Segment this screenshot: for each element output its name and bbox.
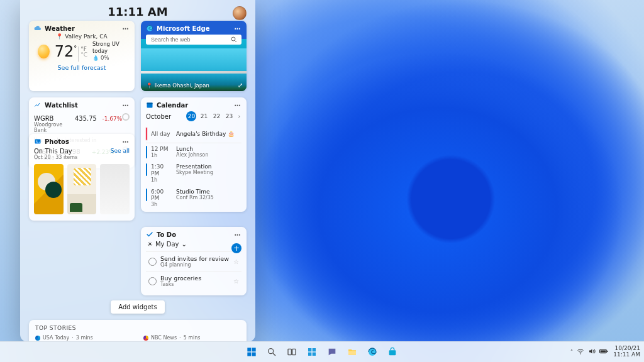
todo-myday-dropdown[interactable]: ☀ My Day ⌄ <box>147 241 242 248</box>
chevron-down-icon: ⌄ <box>181 241 186 248</box>
calendar-event[interactable]: 12 PM1h LunchAlex Johnson <box>146 143 242 161</box>
edge-search-box[interactable] <box>146 35 242 45</box>
svg-point-22 <box>580 353 582 354</box>
droplet-icon: 💧 <box>92 55 99 62</box>
calendar-card[interactable]: Calendar October 20 21 22 23 › All day A… <box>141 97 247 212</box>
taskbar: ˄ 10/20/21 11:11 AM <box>0 341 644 362</box>
todo-item[interactable]: Send invites for reviewQ4 planning ☆ <box>146 251 242 271</box>
calendar-day[interactable]: 21 <box>199 111 209 121</box>
star-icon[interactable]: ☆ <box>233 278 239 285</box>
svg-point-1 <box>231 37 235 41</box>
widgets-grid: Weather 📍 Valley Park, CA 72 ° °F °C <box>29 21 247 295</box>
event-color-bar <box>146 163 147 176</box>
widgets-header: 11:11 AM <box>29 5 247 18</box>
svg-rect-8 <box>252 348 256 351</box>
edge-caption: Ikema Ohashi, Japan <box>155 82 209 89</box>
event-color-bar <box>146 189 147 201</box>
add-widgets-button[interactable]: Add widgets <box>111 300 164 314</box>
explorer-button[interactable] <box>344 344 360 360</box>
weather-temperature: 72 ° °F °C <box>55 44 87 59</box>
svg-rect-25 <box>607 351 608 352</box>
calendar-day[interactable]: 22 <box>211 111 221 121</box>
photos-title: Photos <box>45 138 118 145</box>
sun-outline-icon: ☀ <box>147 241 153 248</box>
todo-checkbox[interactable] <box>148 258 157 266</box>
calendar-day[interactable]: 20 <box>186 111 196 121</box>
weather-forecast-link[interactable]: See full forecast <box>34 64 130 71</box>
weather-card[interactable]: Weather 📍 Valley Park, CA 72 ° °F °C <box>29 21 135 91</box>
expand-icon[interactable]: ⤢ <box>238 82 243 89</box>
photo-thumbnail[interactable] <box>67 164 97 214</box>
photos-see-all-link[interactable]: See all <box>111 148 130 154</box>
search-icon[interactable] <box>230 36 238 43</box>
top-stories-header: TOP STORIES <box>35 325 240 331</box>
weather-precip: 0% <box>101 55 109 62</box>
svg-rect-14 <box>292 349 296 354</box>
calendar-event[interactable]: 6:00 PM3h Studio TimeConf Rm 32/35 <box>146 186 242 211</box>
weather-title: Weather <box>45 25 118 32</box>
svg-rect-16 <box>313 348 316 351</box>
edge-icon <box>146 25 153 32</box>
calendar-event[interactable]: 1:30 PM1h PresentationSkype Meeting <box>146 161 242 185</box>
weather-more-button[interactable] <box>121 25 130 32</box>
taskbar-tray: ˄ 10/20/21 11:11 AM <box>570 346 640 358</box>
tray-chevron-icon[interactable]: ˄ <box>570 349 574 355</box>
allday-event[interactable]: Angela's Birthday 🎂 <box>176 131 235 137</box>
todo-more-button[interactable] <box>233 231 242 238</box>
todo-add-button[interactable]: + <box>231 243 242 253</box>
calendar-icon <box>146 101 153 109</box>
weather-condition: Strong UV today <box>92 41 130 55</box>
todo-item[interactable]: Buy groceriesTasks ☆ <box>146 271 242 290</box>
widgets-button[interactable] <box>304 344 320 360</box>
taskbar-center <box>243 344 401 360</box>
stocks-icon <box>34 101 42 109</box>
source-icon <box>143 336 148 341</box>
svg-point-11 <box>269 349 274 354</box>
svg-rect-13 <box>288 349 291 354</box>
edge-more-button[interactable] <box>233 25 242 32</box>
edge-title: Microsoft Edge <box>157 25 230 32</box>
store-button[interactable] <box>384 344 401 360</box>
start-button[interactable] <box>243 344 260 360</box>
photos-card[interactable]: Photos See all On This Day Oct 20 · 33 i… <box>29 134 135 221</box>
svg-rect-4 <box>147 103 153 104</box>
task-view-button[interactable] <box>284 344 300 360</box>
todo-icon <box>146 231 153 238</box>
sparkline-icon <box>122 113 130 121</box>
photos-more-button[interactable] <box>121 138 130 145</box>
search-button[interactable] <box>264 344 280 360</box>
source-icon <box>35 336 40 341</box>
allday-label: All day <box>151 131 172 137</box>
watchlist-row[interactable]: WGRBWoodgrove Bank 435.75 -1.67% <box>34 111 130 135</box>
top-stories-section: TOP STORIES USA Today · 3 mins One of th… <box>29 320 247 342</box>
svg-rect-21 <box>389 350 396 355</box>
calendar-more-button[interactable] <box>233 101 242 109</box>
chevron-right-icon[interactable]: › <box>236 113 242 119</box>
watchlist-more-button[interactable] <box>121 101 130 109</box>
svg-rect-24 <box>601 350 606 352</box>
edge-hero-image: 📍 Ikema Ohashi, Japan ⤢ <box>141 48 247 91</box>
todo-card[interactable]: To Do ☀ My Day ⌄ + Send invites for revi… <box>141 227 247 295</box>
battery-icon[interactable] <box>599 348 608 356</box>
svg-rect-18 <box>313 353 316 356</box>
edge-search-input[interactable] <box>150 36 228 43</box>
user-avatar[interactable] <box>233 6 247 20</box>
svg-rect-15 <box>308 348 311 351</box>
photo-thumbnail[interactable] <box>100 164 130 214</box>
calendar-day[interactable]: 23 <box>224 111 234 121</box>
edge-card[interactable]: Microsoft Edge 📍 Ikema Ohashi, Japan ⤢ <box>141 21 247 91</box>
taskbar-clock[interactable]: 10/20/21 11:11 AM <box>613 346 640 358</box>
todo-checkbox[interactable] <box>148 277 157 285</box>
chat-button[interactable] <box>324 344 340 360</box>
volume-icon[interactable] <box>588 348 596 356</box>
photo-thumbnail[interactable] <box>34 164 64 214</box>
wifi-icon[interactable] <box>577 348 584 356</box>
event-color-bar <box>146 146 147 158</box>
svg-point-6 <box>36 141 38 142</box>
event-color-bar <box>146 128 147 140</box>
cloud-icon <box>34 25 42 32</box>
edge-button[interactable] <box>364 344 380 360</box>
star-icon[interactable]: ☆ <box>233 258 239 265</box>
widgets-panel: 11:11 AM Weather 📍 Valley Park, CA 72 ° <box>20 0 255 342</box>
svg-line-12 <box>273 353 275 356</box>
